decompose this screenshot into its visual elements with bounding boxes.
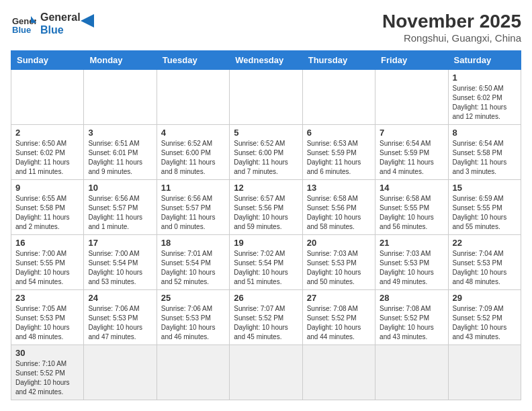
day-info: Sunrise: 7:10 AM Sunset: 5:52 PM Dayligh… — [15, 359, 79, 397]
calendar-cell: 29Sunrise: 7:09 AM Sunset: 5:52 PM Dayli… — [448, 290, 521, 345]
day-number: 10 — [88, 183, 152, 193]
calendar-cell: 8Sunrise: 6:54 AM Sunset: 5:58 PM Daylig… — [448, 125, 521, 180]
day-info: Sunrise: 6:50 AM Sunset: 6:02 PM Dayligh… — [453, 84, 517, 122]
day-info: Sunrise: 6:58 AM Sunset: 5:56 PM Dayligh… — [307, 194, 371, 232]
day-info: Sunrise: 7:08 AM Sunset: 5:52 PM Dayligh… — [307, 304, 371, 342]
logo: General Blue General Blue — [11, 11, 94, 36]
day-info: Sunrise: 6:57 AM Sunset: 5:56 PM Dayligh… — [234, 194, 298, 232]
calendar-cell: 9Sunrise: 6:55 AM Sunset: 5:58 PM Daylig… — [11, 180, 84, 235]
calendar-cell: 14Sunrise: 6:58 AM Sunset: 5:55 PM Dayli… — [375, 180, 448, 235]
day-info: Sunrise: 7:06 AM Sunset: 5:53 PM Dayligh… — [88, 304, 152, 342]
day-info: Sunrise: 6:56 AM Sunset: 5:57 PM Dayligh… — [161, 194, 225, 232]
calendar-cell: 22Sunrise: 7:04 AM Sunset: 5:53 PM Dayli… — [448, 235, 521, 290]
day-info: Sunrise: 6:52 AM Sunset: 6:00 PM Dayligh… — [161, 139, 225, 177]
day-number: 29 — [453, 293, 517, 303]
calendar-cell: 25Sunrise: 7:06 AM Sunset: 5:53 PM Dayli… — [157, 290, 229, 345]
calendar-cell: 10Sunrise: 6:56 AM Sunset: 5:57 PM Dayli… — [84, 180, 157, 235]
day-number: 12 — [234, 183, 298, 193]
day-info: Sunrise: 7:07 AM Sunset: 5:52 PM Dayligh… — [234, 304, 298, 342]
day-number: 15 — [453, 183, 517, 193]
day-info: Sunrise: 6:55 AM Sunset: 5:58 PM Dayligh… — [15, 194, 79, 232]
day-info: Sunrise: 6:59 AM Sunset: 5:55 PM Dayligh… — [453, 194, 517, 232]
logo-general-text: General — [40, 11, 81, 24]
day-number: 7 — [380, 128, 443, 138]
day-info: Sunrise: 6:52 AM Sunset: 6:00 PM Dayligh… — [234, 139, 298, 177]
calendar-cell — [375, 345, 448, 400]
day-info: Sunrise: 7:08 AM Sunset: 5:52 PM Dayligh… — [380, 304, 443, 342]
svg-marker-3 — [81, 14, 94, 28]
calendar-cell: 24Sunrise: 7:06 AM Sunset: 5:53 PM Dayli… — [84, 290, 157, 345]
day-info: Sunrise: 7:01 AM Sunset: 5:54 PM Dayligh… — [161, 249, 225, 287]
weekday-header-thursday: Thursday — [302, 51, 375, 70]
calendar-week-row: 9Sunrise: 6:55 AM Sunset: 5:58 PM Daylig… — [11, 180, 521, 235]
calendar-cell: 2Sunrise: 6:50 AM Sunset: 6:02 PM Daylig… — [11, 125, 84, 180]
day-info: Sunrise: 6:50 AM Sunset: 6:02 PM Dayligh… — [15, 139, 79, 177]
day-number: 9 — [15, 183, 79, 193]
calendar-table: SundayMondayTuesdayWednesdayThursdayFrid… — [11, 50, 521, 400]
weekday-header-tuesday: Tuesday — [157, 51, 229, 70]
calendar-week-row: 30Sunrise: 7:10 AM Sunset: 5:52 PM Dayli… — [11, 345, 521, 400]
weekday-header-monday: Monday — [84, 51, 157, 70]
day-number: 21 — [380, 238, 443, 248]
month-title: November 2025 — [382, 11, 521, 32]
calendar-cell: 7Sunrise: 6:54 AM Sunset: 5:59 PM Daylig… — [375, 125, 448, 180]
day-info: Sunrise: 6:54 AM Sunset: 5:58 PM Dayligh… — [453, 139, 517, 177]
day-info: Sunrise: 6:54 AM Sunset: 5:59 PM Dayligh… — [380, 139, 443, 177]
day-info: Sunrise: 7:09 AM Sunset: 5:52 PM Dayligh… — [453, 304, 517, 342]
day-info: Sunrise: 7:04 AM Sunset: 5:53 PM Dayligh… — [453, 249, 517, 287]
day-number: 3 — [88, 128, 152, 138]
calendar-cell — [157, 70, 229, 125]
calendar-cell: 5Sunrise: 6:52 AM Sunset: 6:00 PM Daylig… — [230, 125, 302, 180]
calendar-cell — [375, 70, 448, 125]
calendar-cell: 19Sunrise: 7:02 AM Sunset: 5:54 PM Dayli… — [230, 235, 302, 290]
day-number: 5 — [234, 128, 298, 138]
day-number: 16 — [15, 238, 79, 248]
calendar-cell: 21Sunrise: 7:03 AM Sunset: 5:53 PM Dayli… — [375, 235, 448, 290]
day-number: 23 — [15, 293, 79, 303]
calendar-cell: 23Sunrise: 7:05 AM Sunset: 5:53 PM Dayli… — [11, 290, 84, 345]
day-info: Sunrise: 6:53 AM Sunset: 5:59 PM Dayligh… — [307, 139, 371, 177]
day-number: 27 — [307, 293, 371, 303]
calendar-cell: 15Sunrise: 6:59 AM Sunset: 5:55 PM Dayli… — [448, 180, 521, 235]
calendar-cell — [11, 70, 84, 125]
day-info: Sunrise: 7:00 AM Sunset: 5:54 PM Dayligh… — [88, 249, 152, 287]
calendar-cell — [230, 345, 302, 400]
calendar-week-row: 2Sunrise: 6:50 AM Sunset: 6:02 PM Daylig… — [11, 125, 521, 180]
calendar-cell — [230, 70, 302, 125]
calendar-cell: 11Sunrise: 6:56 AM Sunset: 5:57 PM Dayli… — [157, 180, 229, 235]
weekday-header-sunday: Sunday — [11, 51, 84, 70]
day-info: Sunrise: 7:02 AM Sunset: 5:54 PM Dayligh… — [234, 249, 298, 287]
calendar-cell: 6Sunrise: 6:53 AM Sunset: 5:59 PM Daylig… — [302, 125, 375, 180]
logo-blue-text: Blue — [40, 24, 81, 36]
weekday-header-friday: Friday — [375, 51, 448, 70]
calendar-cell: 20Sunrise: 7:03 AM Sunset: 5:53 PM Dayli… — [302, 235, 375, 290]
day-number: 6 — [307, 128, 371, 138]
day-number: 30 — [15, 348, 79, 358]
calendar-cell: 26Sunrise: 7:07 AM Sunset: 5:52 PM Dayli… — [230, 290, 302, 345]
day-number: 28 — [380, 293, 443, 303]
day-number: 4 — [161, 128, 225, 138]
day-number: 22 — [453, 238, 517, 248]
calendar-cell: 13Sunrise: 6:58 AM Sunset: 5:56 PM Dayli… — [302, 180, 375, 235]
calendar-cell: 1Sunrise: 6:50 AM Sunset: 6:02 PM Daylig… — [448, 70, 521, 125]
calendar-cell: 27Sunrise: 7:08 AM Sunset: 5:52 PM Dayli… — [302, 290, 375, 345]
calendar-cell: 28Sunrise: 7:08 AM Sunset: 5:52 PM Dayli… — [375, 290, 448, 345]
day-number: 17 — [88, 238, 152, 248]
calendar-cell: 17Sunrise: 7:00 AM Sunset: 5:54 PM Dayli… — [84, 235, 157, 290]
day-number: 20 — [307, 238, 371, 248]
calendar-cell: 12Sunrise: 6:57 AM Sunset: 5:56 PM Dayli… — [230, 180, 302, 235]
day-info: Sunrise: 6:56 AM Sunset: 5:57 PM Dayligh… — [88, 194, 152, 232]
calendar-cell: 3Sunrise: 6:51 AM Sunset: 6:01 PM Daylig… — [84, 125, 157, 180]
page-header: General Blue General Blue November 2025 … — [11, 11, 521, 44]
day-number: 26 — [234, 293, 298, 303]
calendar-cell: 30Sunrise: 7:10 AM Sunset: 5:52 PM Dayli… — [11, 345, 84, 400]
day-info: Sunrise: 7:03 AM Sunset: 5:53 PM Dayligh… — [380, 249, 443, 287]
calendar-week-row: 16Sunrise: 7:00 AM Sunset: 5:55 PM Dayli… — [11, 235, 521, 290]
day-number: 13 — [307, 183, 371, 193]
calendar-cell — [448, 345, 521, 400]
logo-triangle-icon — [81, 14, 94, 28]
weekday-header-wednesday: Wednesday — [230, 51, 302, 70]
calendar-cell: 4Sunrise: 6:52 AM Sunset: 6:00 PM Daylig… — [157, 125, 229, 180]
day-info: Sunrise: 6:51 AM Sunset: 6:01 PM Dayligh… — [88, 139, 152, 177]
location-text: Rongshui, Guangxi, China — [382, 32, 521, 44]
